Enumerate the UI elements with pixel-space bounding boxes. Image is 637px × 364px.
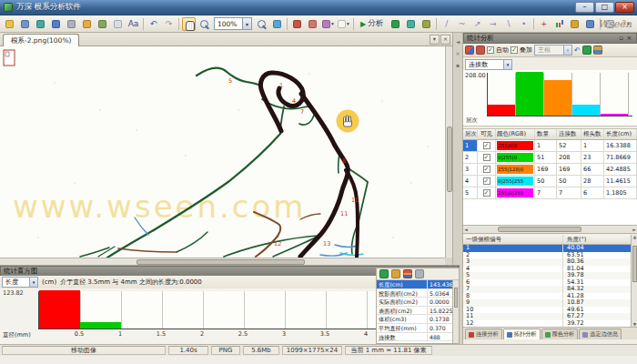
copy-icon[interactable] [111, 17, 125, 31]
web-icon[interactable] [34, 17, 47, 31]
zoom-level-combo[interactable]: 100%▾ [214, 17, 252, 30]
histogram-bar[interactable] [80, 322, 121, 329]
angle-table-row[interactable]: 481.04 [463, 266, 637, 273]
stats-row[interactable]: 长度(cm)143.436 [377, 280, 453, 289]
tab-连接分析[interactable]: 连接分析 [465, 329, 502, 339]
document-tab[interactable]: 根系-2.png(100%) [3, 34, 79, 46]
save-icon[interactable] [49, 17, 63, 31]
histogram-bar[interactable] [39, 290, 80, 329]
stats-row[interactable]: 投影面积(cm2)5.0364 [377, 289, 453, 298]
ruler-tool-icon[interactable] [306, 17, 319, 31]
print-icon[interactable] [65, 17, 78, 31]
stats-row[interactable]: 实际面积(cm2)0.0000 [377, 298, 453, 307]
metric-combo[interactable]: 连接数▾ [465, 59, 512, 70]
visible-checkbox[interactable]: ✓ [483, 189, 490, 197]
tab-拓扑分析[interactable]: 拓扑分析 [503, 329, 541, 339]
close-button[interactable]: × [615, 2, 634, 13]
minimize-button[interactable]: – [575, 2, 594, 13]
legend-icon[interactable] [465, 46, 474, 55]
hand-tool-button[interactable] [182, 17, 196, 31]
angle-table-scrollbar[interactable]: ▲ ▼ [631, 235, 637, 327]
stats-row[interactable]: 表面积(cm2)15.8225 [377, 307, 453, 316]
chart-bar[interactable] [516, 72, 543, 116]
angle-table-row[interactable]: 539.78 [463, 272, 637, 279]
export-icon[interactable] [96, 17, 109, 31]
angle-table-row[interactable]: 1239.72 [463, 320, 637, 328]
zoom-out-icon[interactable] [255, 17, 268, 31]
tab-颜色分析[interactable]: 颜色分析 [541, 329, 579, 339]
angle-table-row[interactable]: 784.32 [463, 286, 637, 293]
open-icon[interactable] [3, 17, 16, 31]
overlay-checkbox[interactable]: ✓ [511, 46, 518, 54]
maximize-button[interactable]: □ [595, 2, 614, 13]
undo-icon[interactable]: ↶ [574, 46, 581, 55]
draw-line-icon[interactable]: / [440, 17, 453, 31]
draw-path-icon[interactable]: → [486, 17, 500, 31]
scroll-left-icon[interactable]: ◄ [464, 226, 468, 234]
title-bar[interactable]: 万深 根系分析软件 – □ × [0, 0, 637, 15]
root-type-combo[interactable]: 主根▾ [534, 45, 572, 56]
canvas-horizontal-scrollbar[interactable] [0, 258, 445, 265]
level-table-row[interactable]: 2✓0|255|0512082371.8669 [463, 152, 637, 164]
export-report-icon[interactable] [391, 269, 400, 278]
stats-row[interactable]: 连接数488 [377, 333, 453, 342]
palette-icon[interactable]: ▾ [321, 17, 335, 31]
stats-row[interactable]: 平均直径(mm)0.370 [377, 324, 453, 333]
tab-close-button[interactable]: × [440, 35, 450, 45]
angle-table-row[interactable]: 1049.61 [463, 307, 637, 314]
auto-checkbox[interactable]: ✓ [487, 46, 494, 54]
pick-tool-icon[interactable]: + [537, 17, 551, 31]
visible-checkbox[interactable]: ✓ [483, 154, 490, 161]
shape-icon[interactable]: ▾ [337, 17, 350, 31]
level-table-horizontal-scrollbar[interactable]: ◄ ► [463, 225, 637, 234]
visible-checkbox[interactable]: ✓ [483, 177, 490, 185]
chart-icon[interactable] [403, 269, 412, 278]
redo-icon[interactable]: ↷ [162, 17, 176, 31]
level-table-row[interactable]: 5✓255|0|2557761.1805 [463, 187, 637, 199]
canvas-vertical-scrollbar[interactable] [445, 46, 452, 258]
angle-table-row[interactable]: 140.04 [463, 245, 637, 252]
tab-选定边信息[interactable]: 选定边信息 [579, 329, 622, 339]
draw-slash-icon[interactable]: ∖ [501, 17, 515, 31]
panel-close-icon[interactable]: × [625, 35, 633, 42]
image-canvas[interactable]: www.wseen.com [0, 46, 445, 258]
angle-table-row[interactable]: 910.87 [463, 299, 637, 307]
export-excel-icon[interactable] [379, 269, 389, 278]
zoom-tool-icon[interactable] [197, 17, 211, 31]
root-image[interactable]: www.wseen.com [0, 46, 445, 258]
tool-olive-icon[interactable] [420, 17, 433, 31]
visible-checkbox[interactable]: ✓ [483, 142, 490, 149]
edit-icon[interactable] [80, 17, 94, 31]
scroll-right-icon[interactable]: ► [632, 226, 636, 234]
person-icon[interactable] [476, 46, 485, 55]
undo-icon[interactable]: ↶ [147, 17, 160, 31]
level-table-row[interactable]: 3✓255|128|01691696642.4885 [463, 164, 637, 176]
stats-tool-icon[interactable] [568, 17, 581, 31]
mark-tool-icon[interactable] [290, 17, 304, 31]
level-table-row[interactable]: 4✓0|255|25550502811.4615 [463, 176, 637, 187]
visible-checkbox[interactable]: ✓ [483, 166, 490, 173]
chart-tool-icon[interactable] [552, 17, 566, 31]
settings-gear-icon[interactable] [415, 269, 424, 278]
collapse-left-icon[interactable]: ◄ [453, 38, 462, 45]
histogram-metric-combo[interactable]: 长度▾ [2, 277, 38, 288]
angle-table-row[interactable]: 263.51 [463, 252, 637, 259]
draw-arrow-icon[interactable]: ↗ [470, 17, 484, 31]
chart-bar[interactable] [601, 114, 628, 116]
chart-bar[interactable] [544, 80, 571, 116]
chart-bar[interactable] [488, 105, 515, 116]
level-table-row[interactable]: 1✓255|0|0152116.3388 [463, 140, 637, 152]
stats-row[interactable]: 体积(cm3)0.1738 [377, 315, 453, 324]
splitter-close-icon[interactable]: × [453, 50, 462, 56]
angle-table-row[interactable]: 841.28 [463, 293, 637, 300]
tool-green-icon[interactable] [389, 17, 402, 31]
scroll-up-icon[interactable]: ▲ [632, 235, 637, 239]
chart-bar[interactable] [572, 105, 600, 116]
analyze-button[interactable]: ▶分析 [357, 17, 387, 31]
tool-teal-icon[interactable] [404, 17, 418, 31]
tab-scroll-button[interactable]: ▾ [430, 35, 440, 45]
text-format-icon[interactable]: Aa [126, 17, 140, 31]
angle-table-row[interactable]: 1167.27 [463, 313, 637, 320]
stats-scrollbar[interactable] [452, 280, 459, 343]
export-chart-icon[interactable] [593, 46, 602, 55]
